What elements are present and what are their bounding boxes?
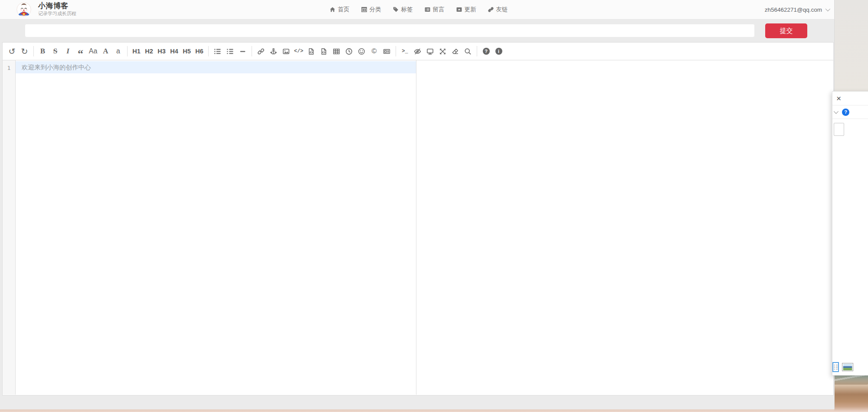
preformatted-text-button[interactable] [318, 45, 330, 58]
info-button[interactable]: i [492, 45, 505, 58]
lowercase-button[interactable]: a [112, 45, 124, 58]
nav-item-categories[interactable]: 分类 [361, 6, 381, 13]
nav-item-home[interactable]: 首页 [330, 6, 350, 13]
h4-icon: H4 [170, 48, 178, 55]
goto-line-button[interactable]: >_ [399, 45, 411, 58]
nav-item-messages[interactable]: 留言 [425, 6, 445, 13]
h6-button[interactable]: H6 [193, 45, 206, 58]
list-view-icon [833, 363, 838, 371]
bold-button[interactable]: B [36, 45, 49, 58]
list-ul-button[interactable] [211, 45, 224, 58]
home-icon [330, 7, 336, 13]
table-icon [333, 48, 340, 55]
ucwords-button[interactable]: Aa [87, 45, 99, 58]
site-logo-avatar[interactable] [16, 2, 31, 17]
anchor-button[interactable] [267, 45, 280, 58]
table-button[interactable] [330, 45, 343, 58]
nav-label: 标签 [401, 6, 413, 13]
toolbar-separator [396, 46, 396, 56]
code-button[interactable]: </> [292, 45, 305, 58]
columns-icon [361, 7, 367, 13]
uppercase-button[interactable]: A [99, 45, 112, 58]
pagebreak-button[interactable] [380, 45, 393, 58]
nav-item-updates[interactable]: 更新 [456, 6, 476, 13]
image-view-icon [843, 364, 852, 370]
user-email: zh56462271@qq.com [765, 7, 822, 13]
nav-label: 留言 [433, 6, 445, 13]
nav-label: 分类 [370, 6, 381, 13]
close-icon[interactable]: × [836, 94, 841, 102]
image-view-button[interactable] [842, 363, 853, 371]
undo-button[interactable]: ↺ [6, 45, 18, 58]
html-entities-button[interactable]: © [368, 45, 380, 58]
list-ol-icon [226, 48, 234, 55]
lowercase-icon: a [116, 47, 120, 55]
active-line-highlight: 欢迎来到小海的创作中心 [16, 61, 416, 73]
h4-button[interactable]: H4 [168, 45, 180, 58]
strikethrough-button[interactable]: S [49, 45, 62, 58]
line-number: 1 [3, 63, 15, 74]
list-ul-icon [214, 48, 221, 55]
info-icon: i [495, 48, 502, 55]
editor-placeholder-text: 欢迎来到小海的创作中心 [16, 63, 91, 72]
italic-icon: I [66, 47, 69, 56]
link-icon [488, 7, 494, 13]
link-icon [257, 48, 265, 55]
fullscreen-button[interactable] [436, 45, 449, 58]
h2-button[interactable]: H2 [143, 45, 155, 58]
user-menu[interactable]: zh56462271@qq.com [765, 0, 829, 19]
nav-label: 首页 [338, 6, 350, 13]
nav-item-links[interactable]: 友链 [488, 6, 508, 13]
watch-button[interactable] [411, 45, 424, 58]
submit-button[interactable]: 提交 [765, 23, 807, 38]
h1-button[interactable]: H1 [130, 45, 143, 58]
hr-button[interactable] [236, 45, 249, 58]
clear-button[interactable] [449, 45, 462, 58]
list-ol-button[interactable] [224, 45, 236, 58]
popup-input[interactable] [834, 123, 844, 136]
h3-button[interactable]: H3 [155, 45, 168, 58]
main-nav: 首页 分类 标签 留言 更新 友链 [330, 0, 508, 19]
post-title-input[interactable] [25, 24, 755, 37]
background-photo-shore [834, 385, 868, 412]
eye-slash-icon [414, 48, 421, 55]
popup-view-switcher [832, 362, 853, 372]
nav-item-tags[interactable]: 标签 [393, 6, 413, 13]
toolbar-separator [252, 46, 252, 56]
page-content: 小海博客 记录学习成长历程 首页 分类 标签 留言 更新 [0, 0, 835, 409]
site-subtitle: 记录学习成长历程 [38, 10, 76, 17]
link-button[interactable] [255, 45, 267, 58]
redo-button[interactable]: ↻ [18, 45, 31, 58]
undo-icon: ↺ [9, 47, 16, 56]
quote-button[interactable]: “ [74, 45, 87, 58]
hr-icon [239, 48, 246, 55]
strikethrough-icon: S [53, 47, 57, 56]
goto-line-icon: >_ [402, 48, 408, 54]
pagebreak-icon [383, 48, 390, 55]
emoji-button[interactable] [355, 45, 368, 58]
site-header: 小海博客 记录学习成长历程 首页 分类 标签 留言 更新 [0, 0, 834, 20]
image-button[interactable] [280, 45, 292, 58]
code-pane[interactable]: 欢迎来到小海的创作中心 [16, 60, 416, 395]
preview-pane [416, 60, 833, 395]
datetime-button[interactable] [343, 45, 355, 58]
h3-icon: H3 [157, 48, 166, 55]
toolbar-separator [127, 46, 128, 56]
code-icon: </> [294, 48, 304, 54]
search-button[interactable] [462, 45, 474, 58]
popup-header: × [832, 92, 868, 105]
preview-button[interactable] [424, 45, 436, 58]
code-block-button[interactable] [305, 45, 318, 58]
chevron-down-icon [825, 7, 830, 11]
nav-label: 更新 [465, 6, 476, 13]
h5-button[interactable]: H5 [180, 45, 193, 58]
toolbar-separator [33, 46, 34, 56]
help-badge-icon[interactable]: ? [842, 109, 849, 116]
search-icon [464, 48, 472, 55]
chevron-down-icon[interactable] [834, 109, 839, 114]
list-view-button[interactable] [832, 362, 839, 372]
cartoon-avatar-icon [16, 2, 31, 17]
editor-body: 1 欢迎来到小海的创作中心 [3, 60, 833, 395]
help-button[interactable]: ? [480, 45, 492, 58]
italic-button[interactable]: I [62, 45, 74, 58]
